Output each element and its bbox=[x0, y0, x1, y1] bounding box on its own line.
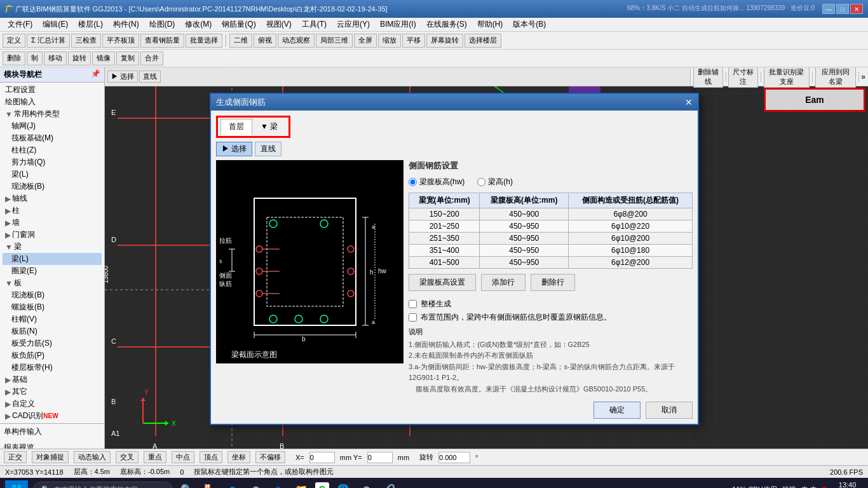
status-no-offset[interactable]: 不偏移 bbox=[255, 451, 285, 463]
radio-beam-height[interactable]: 梁高(h) bbox=[477, 177, 513, 187]
menu-draw[interactable]: 绘图(D) bbox=[144, 18, 180, 31]
sidebar-section-custom[interactable]: ▶自定义 bbox=[3, 398, 102, 410]
taskbar-store-icon[interactable]: 🏪 bbox=[201, 480, 219, 488]
menu-online[interactable]: 在线服务(S) bbox=[421, 18, 472, 31]
tab-beam[interactable]: ▼ 梁 bbox=[252, 119, 286, 135]
sidebar-item-ring-beam[interactable]: 圈梁(E) bbox=[3, 265, 102, 277]
cad-select-btn[interactable]: ▶ 选择 bbox=[107, 71, 138, 83]
top-view-button[interactable]: 俯视 bbox=[254, 34, 276, 48]
sidebar-section-door-window[interactable]: ▶门窗洞 bbox=[3, 229, 102, 241]
dynamic-view-button[interactable]: 动态观察 bbox=[278, 34, 315, 48]
view-rebar-button[interactable]: 查看钢筋量 bbox=[140, 34, 184, 48]
sidebar-item-drawing[interactable]: 绘图输入 bbox=[3, 96, 102, 108]
status-coord[interactable]: 坐标 bbox=[227, 451, 250, 463]
2d-button[interactable]: 二维 bbox=[229, 34, 252, 48]
x-input[interactable] bbox=[309, 452, 335, 463]
tab-first-floor[interactable]: 首层 bbox=[220, 119, 252, 135]
sidebar-item-beam-l[interactable]: 梁(L) bbox=[3, 253, 102, 265]
status-vertex[interactable]: 顶点 bbox=[200, 451, 222, 463]
sidebar-item-slab-stress[interactable]: 板受力筋(S) bbox=[3, 337, 102, 349]
line-button[interactable]: 直线 bbox=[255, 142, 281, 156]
maximize-button[interactable]: □ bbox=[836, 4, 849, 14]
menu-bim[interactable]: BIM应用(I) bbox=[375, 18, 421, 31]
sidebar-item-column[interactable]: 柱柱(Z) bbox=[3, 144, 102, 156]
menu-component[interactable]: 构件(N) bbox=[108, 18, 144, 31]
taskbar-connect-icon[interactable]: 🔗 bbox=[380, 480, 398, 488]
delete-aux-btn[interactable]: 删除辅线 bbox=[693, 67, 723, 88]
fullscreen-button[interactable]: 全屏 bbox=[354, 34, 377, 48]
taskbar-g-icon[interactable]: G bbox=[315, 482, 329, 488]
select-button[interactable]: ▶ 选择 bbox=[216, 142, 252, 156]
web-height-settings-button[interactable]: 梁腹板高设置 bbox=[409, 274, 476, 291]
menu-file[interactable]: 文件(F) bbox=[3, 18, 37, 31]
status-snap[interactable]: 对象捕捉 bbox=[32, 451, 69, 463]
sidebar-item-spiral-slab[interactable]: 螺旋板(B) bbox=[3, 301, 102, 313]
cover-checkbox[interactable] bbox=[409, 313, 417, 322]
sidebar-section-beams[interactable]: ▼梁 bbox=[3, 241, 102, 253]
sidebar-section-cad[interactable]: ▶CAD识别 NEW bbox=[3, 410, 102, 422]
taskbar-edge-icon[interactable]: e bbox=[224, 480, 241, 488]
rotate-button[interactable]: 屏幕旋转 bbox=[426, 34, 463, 48]
table-row[interactable]: 251~350450~9506φ10@200 bbox=[409, 233, 693, 245]
local-3d-button[interactable]: 局部三维 bbox=[316, 34, 353, 48]
table-row[interactable]: 150~200450~9006φ8@200 bbox=[409, 208, 693, 220]
sidebar-item-report[interactable]: 报表视览 bbox=[0, 440, 104, 449]
add-row-button[interactable]: 添加行 bbox=[481, 274, 526, 291]
apply-same-beam-btn[interactable]: 应用到同名梁 bbox=[815, 67, 856, 88]
taskbar-search-icon[interactable]: 🔍 bbox=[178, 480, 196, 488]
sidebar-section-other[interactable]: ▶其它 bbox=[3, 386, 102, 398]
rotate-input[interactable] bbox=[438, 452, 470, 463]
cad-line-btn[interactable]: 直线 bbox=[139, 71, 161, 83]
sidebar-item-beam[interactable]: 梁(L) bbox=[3, 168, 102, 180]
menu-view[interactable]: 视图(V) bbox=[261, 18, 297, 31]
sidebar-item-slab-rebar[interactable]: 板筋(N) bbox=[3, 325, 102, 337]
status-midpoint[interactable]: 重点 bbox=[144, 451, 166, 463]
sidebar-item-axis[interactable]: 轴网(J) bbox=[3, 120, 102, 132]
cancel-button[interactable]: 取消 bbox=[646, 402, 693, 419]
status-orthogonal[interactable]: 正交 bbox=[4, 451, 27, 463]
sidebar-section-panels[interactable]: ▼板 bbox=[3, 277, 102, 289]
menu-help[interactable]: 帮助(H) bbox=[472, 18, 508, 31]
radio-web-height[interactable]: 梁腹板高(hw) bbox=[409, 177, 465, 187]
sidebar-item-neg-rebar[interactable]: 板负筋(P) bbox=[3, 349, 102, 362]
dialog-close-button[interactable]: ✕ bbox=[685, 97, 693, 107]
table-row[interactable]: 351~400450~9506φ10@180 bbox=[409, 245, 693, 257]
sidebar-item-engineering[interactable]: 工程设置 bbox=[3, 84, 102, 96]
merge-button[interactable]: 合并 bbox=[140, 51, 163, 65]
status-dynamic-input[interactable]: 动态输入 bbox=[74, 451, 111, 463]
delete-row-button[interactable]: 删除行 bbox=[531, 274, 575, 291]
taskbar-globe-icon[interactable]: 🌐 bbox=[334, 480, 352, 488]
taskbar-folder-icon[interactable]: 📁 bbox=[292, 480, 310, 488]
menu-tools[interactable]: 工具(T) bbox=[297, 18, 332, 31]
sum-button[interactable]: Σ 汇总计算 bbox=[27, 34, 70, 48]
zoom-button[interactable]: 缩放 bbox=[378, 34, 401, 48]
taskbar-search-box[interactable]: 🔍 在这里输入你要搜索的内容 bbox=[33, 482, 173, 488]
sidebar-pin[interactable]: 📌 bbox=[91, 69, 100, 80]
sidebar-item-single-component[interactable]: 单构件输入 bbox=[0, 424, 104, 440]
floor-select-button[interactable]: 选择楼层 bbox=[465, 34, 501, 48]
start-button[interactable] bbox=[5, 480, 28, 488]
pan-button[interactable]: 平移 bbox=[402, 34, 425, 48]
taskbar-chrome-icon[interactable]: ⊕ bbox=[247, 480, 264, 488]
table-row[interactable]: 201~250450~9506φ10@220 bbox=[409, 220, 693, 233]
status-center[interactable]: 中点 bbox=[172, 451, 194, 463]
mirror-button[interactable]: 镜像 bbox=[92, 51, 115, 65]
menu-cloud[interactable]: 云应用(Y) bbox=[332, 18, 375, 31]
whole-floor-checkbox[interactable] bbox=[409, 300, 417, 308]
copy-btn2[interactable]: 制 bbox=[27, 51, 43, 65]
batch-beam-support-btn[interactable]: 批量识别梁支座 bbox=[764, 67, 810, 88]
sidebar-item-shear-wall[interactable]: 剪力墙(Q) bbox=[3, 156, 102, 168]
drawing-area[interactable]: E D C B A1 A B 13600 X Y ▶ 选择 直线 bbox=[105, 67, 868, 449]
sidebar-section-axis[interactable]: ▶轴线 bbox=[3, 193, 102, 205]
table-row[interactable]: 401~500450~9506φ12@200 bbox=[409, 257, 693, 269]
sidebar-item-raft[interactable]: 筏板基础(M) bbox=[3, 132, 102, 144]
confirm-button[interactable]: 确定 bbox=[593, 402, 641, 419]
menu-version[interactable]: 版本号(B) bbox=[508, 18, 551, 31]
taskbar-app-icon[interactable]: ⊕ bbox=[357, 480, 375, 488]
sidebar-section-col[interactable]: ▶柱 bbox=[3, 205, 102, 217]
y-input[interactable] bbox=[367, 452, 393, 463]
menu-modify[interactable]: 修改(M) bbox=[180, 18, 217, 31]
minimize-button[interactable]: — bbox=[822, 4, 835, 14]
menu-rebar-qty[interactable]: 钢筋量(Q) bbox=[217, 18, 261, 31]
move-button[interactable]: 移动 bbox=[44, 51, 67, 65]
